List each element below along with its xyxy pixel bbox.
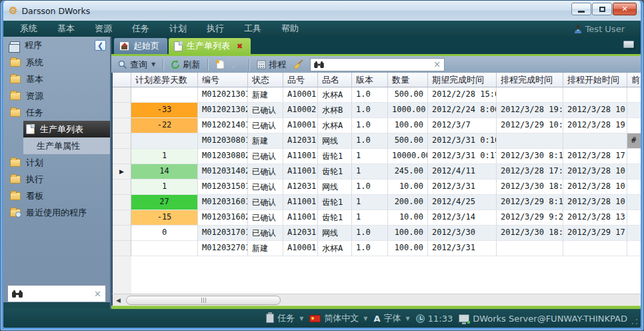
language-dropdown-icon[interactable]: ▼	[363, 316, 367, 322]
maximize-button[interactable]	[592, 3, 612, 15]
sidebar-item-系统[interactable]: 系统	[3, 54, 110, 71]
cell-version: 1	[352, 164, 388, 180]
query-button[interactable]: 查询 ▼	[117, 59, 157, 71]
row-selector-cell[interactable]	[113, 149, 131, 164]
float-window-icon[interactable]	[623, 41, 634, 48]
column-header-品号[interactable]: 品号	[283, 73, 318, 87]
row-selector-cell[interactable]	[113, 103, 131, 118]
row-selector-cell[interactable]	[113, 118, 131, 133]
cell-sched_end: 2012/3/29 9:20	[497, 210, 563, 226]
task-menu[interactable]: 任务 ▼	[266, 312, 303, 324]
column-header-排程完成时间[interactable]: 排程完成时间	[497, 73, 563, 87]
table-row[interactable]: -15M012031602已确认A11001齿轮1110.002012/3/14…	[113, 210, 641, 226]
menu-item-执行[interactable]: 执行	[197, 21, 234, 37]
column-header-数量[interactable]: 数量	[388, 73, 428, 87]
schedule-button[interactable]: 排程	[255, 59, 287, 71]
menu-item-任务[interactable]: 任务	[122, 21, 159, 37]
sidebar-items: 系统基本资源任务生产单列表生产单属性计划执行看板最近使用的程序	[3, 54, 110, 221]
cell-diff: 14	[131, 164, 198, 180]
task-dropdown-icon[interactable]: ▼	[299, 316, 303, 322]
resize-grip-icon[interactable]	[631, 318, 638, 325]
refresh-button[interactable]: 刷新	[169, 59, 201, 71]
table-row[interactable]: -33M012021302已确认A10002水杯B1.01000.002012/…	[113, 103, 641, 118]
tab-生产单列表[interactable]: 生产单列表✖	[169, 38, 251, 54]
new-order-button[interactable]	[214, 59, 226, 69]
tab-label: 起始页	[133, 40, 159, 52]
column-header-期望完成时间[interactable]: 期望完成时间	[428, 73, 497, 87]
cell-sched_start: 2012/3/28 17:13	[563, 149, 627, 164]
query-dropdown-icon[interactable]: ▼	[151, 61, 155, 67]
column-header-版本[interactable]: 版本	[352, 73, 388, 87]
user-indicator[interactable]: Test User	[574, 24, 634, 34]
sidebar-item-任务[interactable]: 任务	[3, 104, 110, 121]
tab-起始页[interactable]: 起始页	[114, 38, 167, 54]
sidebar-item-执行[interactable]: 执行	[3, 171, 110, 188]
table-row[interactable]: M012021301新建A10001水杯A1.0500.002012/2/28 …	[113, 87, 641, 103]
sidebar-search-box: ✕	[7, 285, 106, 302]
cell-code: M012030801	[198, 133, 248, 149]
sidebar-item-资源[interactable]: 资源	[3, 87, 110, 104]
row-selector-cell[interactable]	[113, 195, 131, 210]
row-selector-cell[interactable]	[113, 210, 131, 226]
menu-item-帮助[interactable]: 帮助	[271, 21, 309, 37]
scroll-left-button[interactable]: ◀	[113, 294, 124, 306]
menu-item-资源[interactable]: 资源	[85, 21, 122, 37]
row-selector-cell[interactable]	[113, 226, 131, 241]
toolbar-search-clear-icon[interactable]: ✕	[433, 60, 441, 69]
column-header-状态[interactable]: 状态	[248, 73, 283, 87]
table-row[interactable]: ▶14M012031402已确认A11001齿轮11245.002012/4/1…	[113, 164, 641, 180]
sidebar-item-label: 最近使用的程序	[26, 207, 87, 219]
sidebar-item-基本[interactable]: 基本	[3, 71, 110, 87]
sidebar-item-看板[interactable]: 看板	[3, 188, 110, 204]
table-row[interactable]: 27M012031601已确认A11001齿轮11200.002012/4/25…	[113, 195, 641, 210]
column-header-品名[interactable]: 品名	[318, 73, 352, 87]
sidebar-item-label: 生产单列表	[40, 123, 83, 135]
column-header-前[interactable]: 前	[627, 73, 641, 87]
sidebar-search-input[interactable]	[27, 289, 90, 298]
table-row[interactable]: 1M012030802已确认A11001齿轮1110000.002012/3/3…	[113, 149, 641, 164]
close-button[interactable]: ✕	[613, 3, 637, 15]
cell-sched_end: 2012/3/28 17:13	[497, 164, 563, 180]
font-icon: A	[373, 314, 380, 324]
menu-item-系统[interactable]: 系统	[10, 21, 47, 37]
sidebar-item-计划[interactable]: 计划	[3, 154, 110, 171]
scrollbar-thumb[interactable]	[126, 296, 281, 305]
sidebar-collapse-button[interactable]: ❮	[95, 40, 106, 51]
column-header-排程开始时间[interactable]: 排程开始时间	[563, 73, 627, 87]
edit-button[interactable]	[230, 59, 243, 69]
clear-schedule-button[interactable]	[291, 59, 305, 69]
table-row[interactable]: M012030801新建A12031网线1.0500.002012/3/31 0…	[113, 133, 641, 149]
font-selector[interactable]: A 字体 ▼	[373, 312, 409, 324]
cell-item_name: 水杯A	[318, 241, 352, 256]
cell-qty: 100.00	[388, 118, 428, 133]
pencil-icon	[231, 59, 241, 69]
row-selector-cell[interactable]	[113, 133, 131, 149]
sidebar-item-label: 生产单属性	[37, 140, 80, 152]
table-row[interactable]: M012032701新建A10001水杯A1.0100.002012/3/31	[113, 241, 641, 256]
row-selector-cell[interactable]	[113, 180, 131, 195]
toolbar-search-input[interactable]	[327, 60, 430, 69]
table-row[interactable]: 1M012031501已确认A12031网线1.010.002012/3/312…	[113, 180, 641, 195]
sidebar-item-最近使用的程序[interactable]: 最近使用的程序	[3, 204, 110, 221]
menu-item-计划[interactable]: 计划	[159, 21, 197, 37]
minimize-button[interactable]	[571, 3, 591, 15]
language-selector[interactable]: 简体中文 ▼	[309, 312, 367, 324]
row-selector-cell[interactable]	[113, 87, 131, 103]
sidebar-item-生产单列表[interactable]: 生产单列表	[23, 121, 110, 137]
cell-sched_start	[563, 133, 627, 149]
sidebar-item-生产单属性[interactable]: 生产单属性	[23, 137, 110, 154]
row-selector-cell[interactable]	[113, 241, 131, 256]
font-dropdown-icon[interactable]: ▼	[406, 316, 410, 322]
table-row[interactable]: 0M012031701已确认A12031网线1.0100.002012/3/30…	[113, 226, 641, 241]
table-row[interactable]: -22M012021401已确认A10001水杯A1.0100.002012/3…	[113, 118, 641, 133]
column-header-计划差异天数[interactable]: 计划差异天数	[131, 73, 198, 87]
sidebar-search-clear-icon[interactable]: ✕	[94, 290, 101, 298]
menu-item-基本[interactable]: 基本	[47, 21, 85, 37]
tab-close-icon[interactable]: ✖	[237, 42, 243, 51]
cell-item_no: A10002	[283, 103, 318, 118]
column-header-编号[interactable]: 编号	[198, 73, 248, 87]
cell-diff: 0	[131, 226, 198, 241]
cell-sched_end: 2012/3/30 8:15	[497, 149, 563, 164]
menu-item-工具[interactable]: 工具	[234, 21, 271, 37]
row-selector-cell[interactable]: ▶	[113, 164, 131, 180]
